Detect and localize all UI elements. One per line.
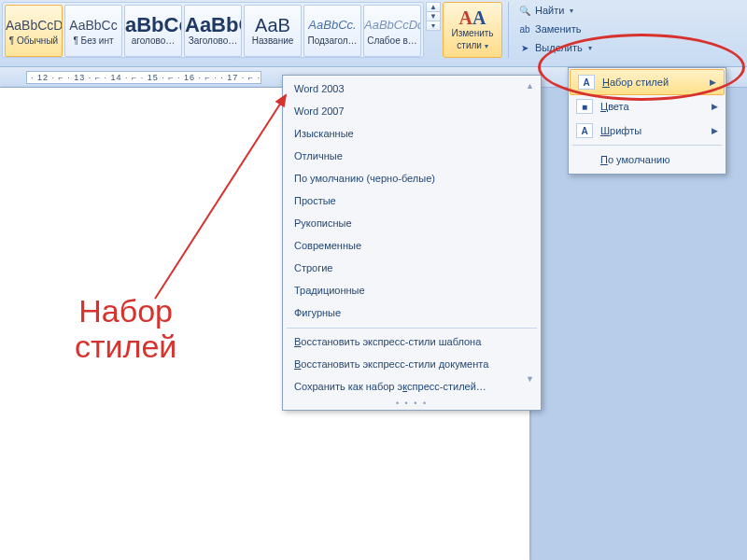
style-preview: AaBbCc. <box>304 17 360 34</box>
submenu-icon: A <box>576 123 593 138</box>
gallery-scroll-down[interactable]: ▼ <box>426 12 441 21</box>
binoculars-icon: 🔍 <box>518 4 531 17</box>
replace-icon: ab <box>518 22 531 35</box>
gallery-scroll-up[interactable]: ▲ <box>426 2 441 12</box>
replace-label: Заменить <box>535 23 581 35</box>
submenu-item-default[interactable]: AПо умолчанию <box>569 147 726 172</box>
styleset-item[interactable]: Традиционные <box>283 279 541 301</box>
change-styles-icon: AA <box>444 9 501 26</box>
style-preview: AaBbCc <box>65 17 121 34</box>
menu-scroll-indicator: ▲▼ <box>526 81 539 384</box>
style-tile[interactable]: AaBbCcDd¶ Обычный <box>5 5 63 57</box>
submenu-icon: A <box>578 75 595 90</box>
styleset-item[interactable]: Изысканные <box>283 122 541 145</box>
styleset-footer-item[interactable]: Восстановить экспресс-стили шаблона <box>283 330 541 353</box>
submenu-item[interactable]: AНабор стилей▶ <box>570 69 725 95</box>
submenu-label: По умолчанию <box>600 154 669 165</box>
styleset-item[interactable]: Фигурные <box>283 301 541 324</box>
gallery-scroll: ▲ ▼ ▾ <box>426 2 441 31</box>
replace-button[interactable]: ab Заменить <box>514 21 596 37</box>
styleset-item[interactable]: Word 2003 <box>283 77 541 100</box>
submenu-arrow-icon: ▶ <box>712 126 718 135</box>
styleset-item[interactable]: Рукописные <box>283 212 541 234</box>
style-preview: AaBbCcDd <box>6 17 62 34</box>
gallery-expand[interactable]: ▾ <box>426 21 441 31</box>
horizontal-ruler[interactable]: · 12 · ⌐ · 13 · ⌐ · 14 · ⌐ · 15 · ⌐ · 16… <box>26 71 261 84</box>
submenu-icon: ■ <box>576 99 593 114</box>
chevron-down-icon: ▾ <box>588 44 592 52</box>
styleset-item[interactable]: Отличные <box>283 145 541 167</box>
styleset-item[interactable]: Word 2007 <box>283 100 541 122</box>
cursor-icon: ➤ <box>518 41 531 54</box>
find-button[interactable]: 🔍 Найти ▾ <box>514 2 596 19</box>
style-tile[interactable]: AaBНазвание <box>244 5 302 57</box>
styleset-item[interactable]: Строгие <box>283 257 541 279</box>
style-label: Подзагол… <box>304 35 360 46</box>
style-tile[interactable]: AaBbCc¶ Без инт <box>64 5 122 57</box>
styleset-menu: ▲▼ Word 2003Word 2007ИзысканныеОтличныеП… <box>282 75 542 411</box>
submenu-arrow-icon: ▶ <box>710 77 716 87</box>
style-label: аголово… <box>125 35 181 46</box>
style-label: ¶ Без инт <box>65 35 121 46</box>
submenu-label: Цвета <box>600 101 629 112</box>
styleset-footer-item[interactable]: Восстановить экспресс-стили документа <box>283 353 541 375</box>
styleset-item[interactable]: Простые <box>283 189 541 212</box>
style-tile[interactable]: AaBbCc.Подзагол… <box>303 5 361 57</box>
styleset-item[interactable]: Современные <box>283 234 541 257</box>
styleset-footer-item[interactable]: Сохранить как набор экспресс-стилей… <box>283 375 541 398</box>
change-styles-label2: стили ▾ <box>444 40 501 51</box>
submenu-label: Набор стилей <box>602 77 669 88</box>
submenu-item[interactable]: AШрифты▶ <box>569 119 726 143</box>
change-styles-button[interactable]: AA Изменить стили ▾ <box>443 2 502 58</box>
chevron-down-icon: ▾ <box>485 42 488 50</box>
style-preview: AaBbCc <box>185 17 241 34</box>
style-label: Название <box>245 35 301 46</box>
style-label: Заголово… <box>185 35 241 46</box>
select-button[interactable]: ➤ Выделить ▾ <box>514 39 596 56</box>
menu-separator <box>572 145 722 146</box>
chevron-down-icon: ▾ <box>570 7 573 15</box>
change-styles-submenu: AНабор стилей▶■Цвета▶AШрифты▶AПо умолчан… <box>568 67 726 175</box>
menu-separator <box>287 328 537 329</box>
editing-group: 🔍 Найти ▾ ab Заменить ➤ Выделить ▾ <box>508 2 596 58</box>
submenu-item[interactable]: ■Цвета▶ <box>569 94 726 119</box>
styleset-item[interactable]: По умолчанию (черно-белые) <box>283 167 541 189</box>
select-label: Выделить <box>535 42 583 53</box>
style-preview: aBbCc <box>125 17 181 34</box>
submenu-arrow-icon: ▶ <box>712 102 718 111</box>
styles-gallery: AaBbCcDd¶ ОбычныйAaBbCc¶ Без интaBbCcаго… <box>2 2 424 58</box>
submenu-label: Шрифты <box>600 125 641 136</box>
change-styles-label1: Изменить <box>444 28 501 38</box>
find-label: Найти <box>535 5 564 16</box>
style-tile[interactable]: AaBbCcЗаголово… <box>184 5 242 57</box>
style-preview: AaB <box>245 17 301 34</box>
menu-resize-grip[interactable]: • • • • <box>283 398 541 410</box>
style-label: ¶ Обычный <box>6 35 62 46</box>
style-tile[interactable]: AaBbCcDdСлабое в… <box>363 5 421 57</box>
ribbon: AaBbCcDd¶ ОбычныйAaBbCc¶ Без интaBbCcаго… <box>0 0 747 67</box>
style-preview: AaBbCcDd <box>364 17 420 34</box>
style-tile[interactable]: aBbCcаголово… <box>124 5 182 57</box>
annotation-label: Набор стилей <box>75 293 176 364</box>
style-label: Слабое в… <box>364 35 420 46</box>
